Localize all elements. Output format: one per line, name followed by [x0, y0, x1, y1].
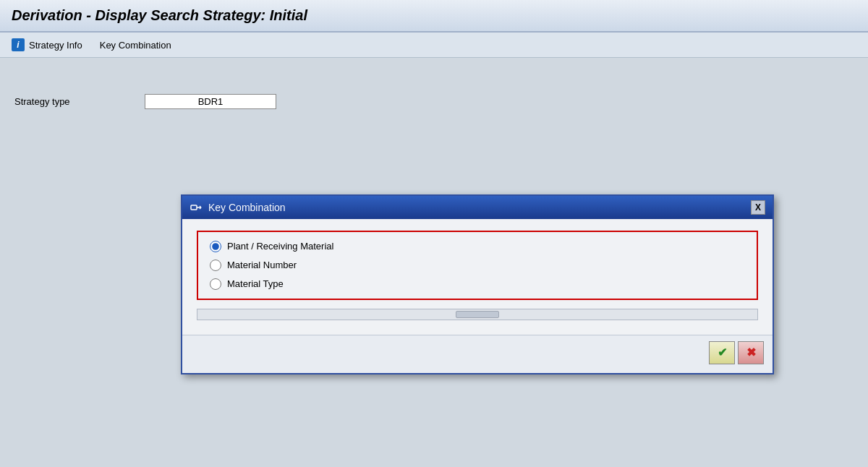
- page-title: Derivation - Display Search Strategy: In…: [12, 7, 856, 24]
- cancel-button[interactable]: ✖: [738, 341, 764, 364]
- cancel-icon: ✖: [746, 346, 756, 359]
- confirm-icon: ✔: [718, 346, 727, 359]
- tab-key-combination-label: Key Combination: [100, 40, 171, 51]
- modal-title-icon: [190, 201, 203, 214]
- radio-material-number-input[interactable]: [210, 260, 221, 271]
- radio-material-number-label: Material Number: [227, 260, 297, 270]
- key-combination-dialog: Key Combination X Plant / Receiving Mate…: [181, 194, 774, 374]
- scrollbar-thumb[interactable]: [456, 311, 499, 318]
- modal-title-area: Key Combination: [190, 201, 286, 214]
- title-bar: Derivation - Display Search Strategy: In…: [0, 0, 868, 33]
- modal-footer: ✔ ✖: [182, 335, 773, 373]
- tab-strategy-info-label: Strategy Info: [29, 40, 82, 51]
- tab-bar: i Strategy Info Key Combination: [0, 33, 868, 58]
- confirm-button[interactable]: ✔: [709, 341, 735, 364]
- modal-header: Key Combination X: [182, 196, 773, 219]
- radio-group: Plant / Receiving Material Material Numb…: [197, 231, 758, 300]
- modal-title: Key Combination: [208, 202, 286, 213]
- radio-material-type-label: Material Type: [227, 278, 284, 289]
- radio-option-plant-receiving[interactable]: Plant / Receiving Material: [210, 241, 745, 252]
- info-icon: i: [12, 38, 25, 51]
- radio-option-material-type[interactable]: Material Type: [210, 278, 745, 290]
- radio-option-material-number[interactable]: Material Number: [210, 260, 745, 271]
- scrollbar-area: [197, 309, 758, 320]
- content-area: Strategy type: [0, 58, 868, 467]
- svg-rect-0: [191, 205, 197, 210]
- modal-close-button[interactable]: X: [751, 200, 765, 215]
- tab-key-combination[interactable]: Key Combination: [100, 40, 171, 51]
- radio-plant-receiving-input[interactable]: [210, 241, 221, 252]
- radio-plant-receiving-label: Plant / Receiving Material: [227, 241, 333, 252]
- tab-strategy-info[interactable]: i Strategy Info: [12, 38, 82, 51]
- modal-overlay: Key Combination X Plant / Receiving Mate…: [0, 58, 868, 467]
- radio-material-type-input[interactable]: [210, 278, 221, 290]
- main-container: Derivation - Display Search Strategy: In…: [0, 0, 868, 467]
- modal-body: Plant / Receiving Material Material Numb…: [182, 219, 773, 335]
